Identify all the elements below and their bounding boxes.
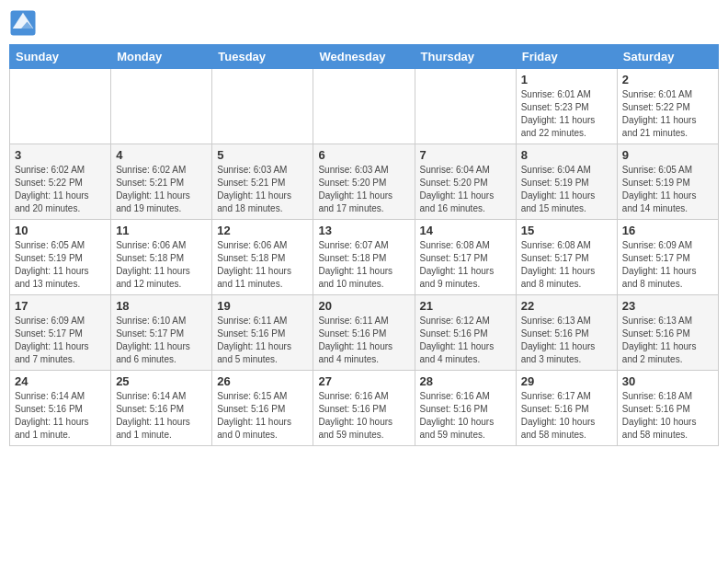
column-header-friday: Friday xyxy=(516,45,617,69)
logo-icon xyxy=(9,9,37,37)
calendar-day: 10Sunrise: 6:05 AM Sunset: 5:19 PM Dayli… xyxy=(10,220,111,295)
day-info: Sunrise: 6:05 AM Sunset: 5:19 PM Dayligh… xyxy=(622,164,713,215)
day-info: Sunrise: 6:09 AM Sunset: 5:17 PM Dayligh… xyxy=(15,315,106,366)
day-info: Sunrise: 6:13 AM Sunset: 5:16 PM Dayligh… xyxy=(622,315,713,366)
calendar-day: 6Sunrise: 6:03 AM Sunset: 5:20 PM Daylig… xyxy=(313,144,415,220)
calendar-day: 17Sunrise: 6:09 AM Sunset: 5:17 PM Dayli… xyxy=(10,295,111,371)
day-number: 29 xyxy=(521,374,612,388)
day-info: Sunrise: 6:01 AM Sunset: 5:22 PM Dayligh… xyxy=(622,88,713,140)
day-number: 26 xyxy=(217,374,308,388)
day-number: 6 xyxy=(318,148,409,162)
day-info: Sunrise: 6:10 AM Sunset: 5:17 PM Dayligh… xyxy=(116,315,207,366)
day-info: Sunrise: 6:14 AM Sunset: 5:16 PM Dayligh… xyxy=(116,390,207,442)
day-info: Sunrise: 6:02 AM Sunset: 5:22 PM Dayligh… xyxy=(15,164,106,215)
day-info: Sunrise: 6:15 AM Sunset: 5:16 PM Dayligh… xyxy=(217,390,308,442)
calendar-day: 2Sunrise: 6:01 AM Sunset: 5:22 PM Daylig… xyxy=(617,69,718,144)
calendar-week-4: 17Sunrise: 6:09 AM Sunset: 5:17 PM Dayli… xyxy=(10,295,719,371)
day-info: Sunrise: 6:01 AM Sunset: 5:23 PM Dayligh… xyxy=(521,88,612,140)
day-number: 5 xyxy=(217,148,308,162)
day-info: Sunrise: 6:11 AM Sunset: 5:16 PM Dayligh… xyxy=(318,315,409,366)
day-info: Sunrise: 6:12 AM Sunset: 5:16 PM Dayligh… xyxy=(420,315,511,366)
day-info: Sunrise: 6:05 AM Sunset: 5:19 PM Dayligh… xyxy=(15,239,106,291)
day-number: 22 xyxy=(521,299,612,313)
day-info: Sunrise: 6:13 AM Sunset: 5:16 PM Dayligh… xyxy=(521,315,612,366)
calendar-week-2: 3Sunrise: 6:02 AM Sunset: 5:22 PM Daylig… xyxy=(10,144,719,220)
calendar-day: 4Sunrise: 6:02 AM Sunset: 5:21 PM Daylig… xyxy=(111,144,212,220)
calendar-day: 24Sunrise: 6:14 AM Sunset: 5:16 PM Dayli… xyxy=(10,371,111,446)
page-header xyxy=(9,9,719,37)
calendar-day xyxy=(415,69,516,144)
calendar-day xyxy=(111,69,212,144)
day-info: Sunrise: 6:07 AM Sunset: 5:18 PM Dayligh… xyxy=(318,239,409,291)
day-info: Sunrise: 6:16 AM Sunset: 5:16 PM Dayligh… xyxy=(318,390,409,442)
calendar-day: 26Sunrise: 6:15 AM Sunset: 5:16 PM Dayli… xyxy=(212,371,313,446)
column-header-thursday: Thursday xyxy=(415,45,516,69)
day-number: 9 xyxy=(622,148,713,162)
calendar-day: 9Sunrise: 6:05 AM Sunset: 5:19 PM Daylig… xyxy=(617,144,718,220)
calendar-week-1: 1Sunrise: 6:01 AM Sunset: 5:23 PM Daylig… xyxy=(10,69,719,144)
day-info: Sunrise: 6:06 AM Sunset: 5:18 PM Dayligh… xyxy=(217,239,308,291)
day-number: 15 xyxy=(521,224,612,237)
column-header-tuesday: Tuesday xyxy=(212,45,313,69)
day-number: 24 xyxy=(15,374,106,388)
day-info: Sunrise: 6:02 AM Sunset: 5:21 PM Dayligh… xyxy=(116,164,207,215)
day-info: Sunrise: 6:09 AM Sunset: 5:17 PM Dayligh… xyxy=(622,239,713,291)
day-number: 4 xyxy=(116,148,207,162)
day-info: Sunrise: 6:04 AM Sunset: 5:20 PM Dayligh… xyxy=(420,164,511,215)
day-number: 13 xyxy=(318,224,409,237)
calendar-day: 19Sunrise: 6:11 AM Sunset: 5:16 PM Dayli… xyxy=(212,295,313,371)
calendar-day: 23Sunrise: 6:13 AM Sunset: 5:16 PM Dayli… xyxy=(617,295,718,371)
day-number: 17 xyxy=(15,299,106,313)
column-header-sunday: Sunday xyxy=(10,45,111,69)
day-number: 21 xyxy=(420,299,511,313)
calendar-day: 14Sunrise: 6:08 AM Sunset: 5:17 PM Dayli… xyxy=(415,220,516,295)
calendar-day: 30Sunrise: 6:18 AM Sunset: 5:16 PM Dayli… xyxy=(617,371,718,446)
day-number: 19 xyxy=(217,299,308,313)
day-number: 8 xyxy=(521,148,612,162)
day-number: 16 xyxy=(622,224,713,237)
calendar-week-3: 10Sunrise: 6:05 AM Sunset: 5:19 PM Dayli… xyxy=(10,220,719,295)
day-info: Sunrise: 6:03 AM Sunset: 5:21 PM Dayligh… xyxy=(217,164,308,215)
calendar-day xyxy=(212,69,313,144)
day-number: 7 xyxy=(420,148,511,162)
calendar-week-5: 24Sunrise: 6:14 AM Sunset: 5:16 PM Dayli… xyxy=(10,371,719,446)
day-number: 28 xyxy=(420,374,511,388)
day-number: 23 xyxy=(622,299,713,313)
day-number: 14 xyxy=(420,224,511,237)
calendar-day: 1Sunrise: 6:01 AM Sunset: 5:23 PM Daylig… xyxy=(516,69,617,144)
logo xyxy=(9,9,40,37)
day-info: Sunrise: 6:18 AM Sunset: 5:16 PM Dayligh… xyxy=(622,390,713,442)
calendar-day: 5Sunrise: 6:03 AM Sunset: 5:21 PM Daylig… xyxy=(212,144,313,220)
day-info: Sunrise: 6:03 AM Sunset: 5:20 PM Dayligh… xyxy=(318,164,409,215)
calendar-day: 28Sunrise: 6:16 AM Sunset: 5:16 PM Dayli… xyxy=(415,371,516,446)
day-info: Sunrise: 6:17 AM Sunset: 5:16 PM Dayligh… xyxy=(521,390,612,442)
day-number: 1 xyxy=(521,73,612,86)
calendar-day: 21Sunrise: 6:12 AM Sunset: 5:16 PM Dayli… xyxy=(415,295,516,371)
day-info: Sunrise: 6:08 AM Sunset: 5:17 PM Dayligh… xyxy=(420,239,511,291)
calendar-day: 13Sunrise: 6:07 AM Sunset: 5:18 PM Dayli… xyxy=(313,220,415,295)
calendar-day: 12Sunrise: 6:06 AM Sunset: 5:18 PM Dayli… xyxy=(212,220,313,295)
day-number: 20 xyxy=(318,299,409,313)
calendar-day: 15Sunrise: 6:08 AM Sunset: 5:17 PM Dayli… xyxy=(516,220,617,295)
day-number: 10 xyxy=(15,224,106,237)
calendar-day: 25Sunrise: 6:14 AM Sunset: 5:16 PM Dayli… xyxy=(111,371,212,446)
calendar-day: 27Sunrise: 6:16 AM Sunset: 5:16 PM Dayli… xyxy=(313,371,415,446)
day-info: Sunrise: 6:14 AM Sunset: 5:16 PM Dayligh… xyxy=(15,390,106,442)
day-info: Sunrise: 6:16 AM Sunset: 5:16 PM Dayligh… xyxy=(420,390,511,442)
day-info: Sunrise: 6:06 AM Sunset: 5:18 PM Dayligh… xyxy=(116,239,207,291)
calendar-day: 18Sunrise: 6:10 AM Sunset: 5:17 PM Dayli… xyxy=(111,295,212,371)
calendar-day xyxy=(10,69,111,144)
column-header-wednesday: Wednesday xyxy=(313,45,415,69)
day-number: 12 xyxy=(217,224,308,237)
day-number: 18 xyxy=(116,299,207,313)
calendar-day: 3Sunrise: 6:02 AM Sunset: 5:22 PM Daylig… xyxy=(10,144,111,220)
column-header-saturday: Saturday xyxy=(617,45,718,69)
calendar-day: 29Sunrise: 6:17 AM Sunset: 5:16 PM Dayli… xyxy=(516,371,617,446)
column-header-monday: Monday xyxy=(111,45,212,69)
calendar-day: 20Sunrise: 6:11 AM Sunset: 5:16 PM Dayli… xyxy=(313,295,415,371)
day-info: Sunrise: 6:04 AM Sunset: 5:19 PM Dayligh… xyxy=(521,164,612,215)
calendar-day: 8Sunrise: 6:04 AM Sunset: 5:19 PM Daylig… xyxy=(516,144,617,220)
day-number: 3 xyxy=(15,148,106,162)
calendar-day: 16Sunrise: 6:09 AM Sunset: 5:17 PM Dayli… xyxy=(617,220,718,295)
day-number: 27 xyxy=(318,374,409,388)
